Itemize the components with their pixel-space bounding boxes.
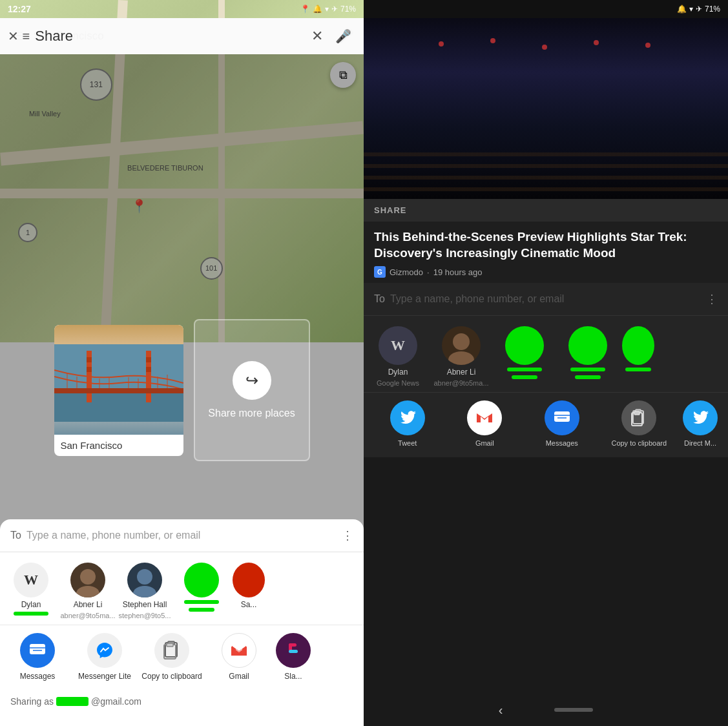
share-label: SHARE: [364, 199, 728, 222]
contact-sub-stephen: stephen@9to5...: [119, 612, 171, 619]
contact-avatar-green: [184, 563, 219, 597]
contact-dark-dylan[interactable]: W Dylan Google News: [369, 326, 427, 387]
svg-point-40: [448, 351, 474, 365]
clipboard-dark-svg: [629, 408, 649, 428]
contact-dark-green3[interactable]: [622, 326, 654, 387]
app-slack[interactable]: Sla...: [274, 633, 313, 681]
contact-green[interactable]: [176, 563, 227, 619]
svg-point-18: [76, 586, 99, 597]
svg-rect-41: [554, 411, 570, 422]
app-messages[interactable]: Messages: [5, 633, 70, 681]
sharing-as-suffix: @gmail.com: [91, 696, 141, 707]
contact-status-dark-1: [507, 368, 542, 371]
source-name: Gizmodo: [390, 267, 423, 277]
time-ago: 19 hours ago: [433, 267, 483, 277]
app-clipboard[interactable]: Copy to clipboard: [140, 633, 204, 681]
messages-dark-svg: [552, 408, 572, 428]
app-dark-messages[interactable]: Messages: [523, 400, 601, 447]
app-name-messages: Messages: [20, 672, 56, 681]
app-gmail[interactable]: Gmail: [207, 633, 271, 681]
place-card-sf[interactable]: San Francisco: [54, 325, 183, 456]
app-name-slack: Sla...: [284, 672, 302, 681]
messenger-icon: [87, 633, 122, 668]
to-input-dark[interactable]: Type a name, phone number, or email: [390, 293, 706, 305]
contact-sub-dark-abner: abner@9to5ma...: [433, 379, 488, 387]
app-dark-gmail[interactable]: Gmail: [446, 400, 524, 447]
svg-point-20: [133, 586, 156, 597]
app-name-dark-messages: Messages: [546, 439, 578, 447]
app-name-dark-direct: Direct M...: [684, 439, 716, 447]
contact-status-dark-2: [570, 368, 605, 371]
contact-dark-green2[interactable]: [559, 326, 617, 387]
app-dark-tweet[interactable]: Tweet: [369, 400, 446, 447]
app-dark-clipboard[interactable]: Copy to clipboard: [601, 400, 678, 447]
gmail-icon: [222, 633, 256, 668]
share-more-label: Share more places: [208, 408, 295, 419]
svg-rect-6: [146, 357, 151, 362]
app-dark-direct[interactable]: Direct M...: [678, 400, 723, 447]
svg-point-19: [137, 569, 152, 585]
contact-stephen[interactable]: Stephen Hall stephen@9to5...: [119, 563, 171, 619]
twitter-icon: [390, 400, 425, 435]
time-left: 12:27: [8, 4, 31, 14]
airplane-icon: ✈: [331, 5, 338, 14]
place-card-image: [54, 325, 183, 435]
news-source: G Gizmodo · 19 hours ago: [374, 266, 718, 278]
svg-point-39: [453, 333, 470, 350]
wifi-icon-right: ▾: [689, 5, 693, 14]
contact-name-san: Sa...: [241, 600, 257, 609]
contact-name-dark-dylan: Dylan: [388, 368, 408, 377]
share-title: Share: [35, 28, 304, 45]
app-messenger[interactable]: Messenger Lite: [72, 633, 137, 681]
contact-avatar-dark-green1: [505, 326, 544, 365]
share-close-button[interactable]: ✕: [304, 23, 330, 49]
to-input[interactable]: Type a name, phone number, or email: [26, 530, 342, 541]
gmail-svg: [229, 640, 249, 661]
contact-sub-abner: abner@9to5ma...: [60, 612, 115, 619]
share-mic-button[interactable]: 🎤: [330, 23, 356, 49]
twitter-dm-icon: [683, 400, 718, 435]
home-pill-right[interactable]: [554, 708, 593, 712]
app-name-dark-tweet: Tweet: [398, 439, 417, 447]
share-more-card[interactable]: ↪ Share more places 📍: [194, 319, 310, 461]
contact-san[interactable]: Sa...: [233, 563, 265, 619]
back-button-right[interactable]: ‹: [499, 703, 503, 718]
share-header: ✕ ≡ Share ✕ 🎤: [0, 18, 364, 54]
gmail-dark-icon: [467, 400, 502, 435]
to-label-dark: To: [374, 293, 385, 305]
contact-dylan[interactable]: W Dylan: [5, 563, 57, 619]
contact-name-abner: Abner Li: [74, 600, 103, 609]
svg-rect-5: [87, 367, 92, 372]
contact-status-green: [184, 600, 219, 604]
app-name-dark-clipboard: Copy to clipboard: [611, 439, 667, 447]
sharing-as: Sharing as @gmail.com: [0, 689, 364, 720]
app-name-gmail: Gmail: [229, 672, 249, 681]
gmail-dark-svg: [475, 408, 494, 428]
sharing-email-blur: [56, 697, 88, 706]
wifi-icon: ▾: [325, 5, 329, 14]
share-more-button[interactable]: ↪: [233, 361, 271, 400]
more-options-button[interactable]: ⋮: [342, 528, 353, 543]
contact-dark-green1[interactable]: [495, 326, 554, 387]
status-bar-left: 12:27 📍 🔔 ▾ ✈ 71%: [0, 0, 364, 18]
source-initial: G: [377, 269, 382, 276]
more-options-dark[interactable]: ⋮: [706, 292, 718, 306]
svg-rect-7: [146, 367, 151, 372]
messenger-svg: [94, 640, 115, 661]
close-x-icon[interactable]: ✕ ≡: [8, 28, 30, 44]
source-icon: G: [374, 266, 386, 278]
contact-avatar-dark-green2: [568, 326, 607, 365]
svg-point-17: [80, 569, 96, 585]
contact-dark-abner[interactable]: Abner Li abner@9to5ma...: [432, 326, 490, 387]
to-field-dark[interactable]: To Type a name, phone number, or email ⋮: [364, 283, 728, 316]
contact-abner[interactable]: Abner Li abner@9to5ma...: [62, 563, 114, 619]
app-name-messenger: Messenger Lite: [78, 672, 131, 681]
to-field[interactable]: To Type a name, phone number, or email ⋮: [0, 519, 364, 552]
clipboard-icon: [154, 633, 189, 668]
contact-avatar-san: [233, 563, 265, 597]
contact-name-dylan: Dylan: [21, 600, 41, 609]
svg-rect-4: [87, 357, 92, 362]
contacts-row-dark: W Dylan Google News Abner Li abner@9to5m…: [364, 316, 728, 392]
right-screen: 🔔 ▾ ✈ 71% SHARE: [364, 0, 728, 726]
svg-rect-47: [634, 411, 640, 415]
